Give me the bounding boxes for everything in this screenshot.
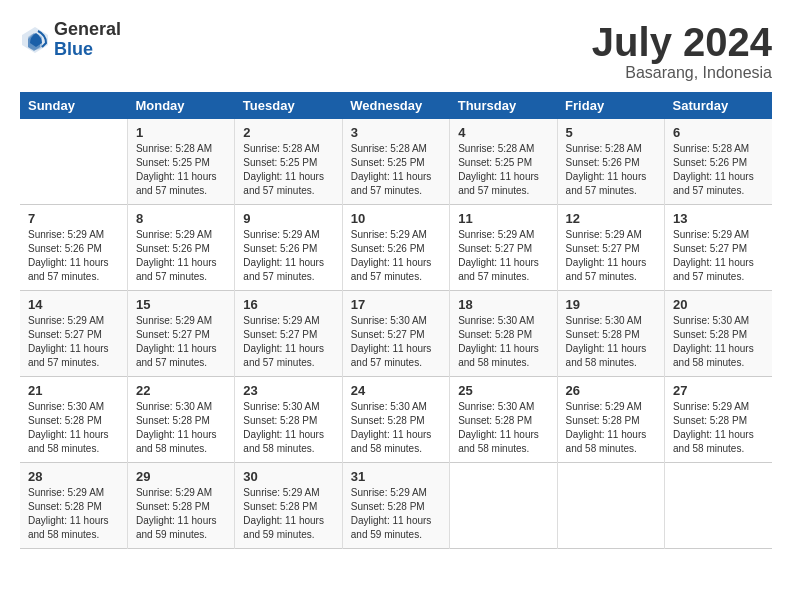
calendar-cell: 29Sunrise: 5:29 AM Sunset: 5:28 PM Dayli… <box>127 463 234 549</box>
day-number: 8 <box>136 211 226 226</box>
day-number: 9 <box>243 211 333 226</box>
calendar-cell: 17Sunrise: 5:30 AM Sunset: 5:27 PM Dayli… <box>342 291 449 377</box>
calendar-cell: 5Sunrise: 5:28 AM Sunset: 5:26 PM Daylig… <box>557 119 664 205</box>
day-number: 6 <box>673 125 764 140</box>
day-info: Sunrise: 5:29 AM Sunset: 5:27 PM Dayligh… <box>566 228 656 284</box>
day-number: 3 <box>351 125 441 140</box>
logo-icon <box>20 25 50 55</box>
calendar-cell: 24Sunrise: 5:30 AM Sunset: 5:28 PM Dayli… <box>342 377 449 463</box>
column-header-saturday: Saturday <box>665 92 772 119</box>
calendar-cell: 10Sunrise: 5:29 AM Sunset: 5:26 PM Dayli… <box>342 205 449 291</box>
day-info: Sunrise: 5:30 AM Sunset: 5:28 PM Dayligh… <box>136 400 226 456</box>
calendar-cell: 2Sunrise: 5:28 AM Sunset: 5:25 PM Daylig… <box>235 119 342 205</box>
month-title: July 2024 <box>592 20 772 64</box>
day-info: Sunrise: 5:30 AM Sunset: 5:28 PM Dayligh… <box>351 400 441 456</box>
calendar-cell: 3Sunrise: 5:28 AM Sunset: 5:25 PM Daylig… <box>342 119 449 205</box>
day-info: Sunrise: 5:29 AM Sunset: 5:28 PM Dayligh… <box>351 486 441 542</box>
day-info: Sunrise: 5:30 AM Sunset: 5:27 PM Dayligh… <box>351 314 441 370</box>
day-info: Sunrise: 5:30 AM Sunset: 5:28 PM Dayligh… <box>458 400 548 456</box>
day-info: Sunrise: 5:29 AM Sunset: 5:27 PM Dayligh… <box>458 228 548 284</box>
calendar-cell: 9Sunrise: 5:29 AM Sunset: 5:26 PM Daylig… <box>235 205 342 291</box>
day-number: 25 <box>458 383 548 398</box>
day-number: 29 <box>136 469 226 484</box>
day-info: Sunrise: 5:29 AM Sunset: 5:28 PM Dayligh… <box>566 400 656 456</box>
column-header-wednesday: Wednesday <box>342 92 449 119</box>
day-info: Sunrise: 5:30 AM Sunset: 5:28 PM Dayligh… <box>458 314 548 370</box>
day-number: 27 <box>673 383 764 398</box>
day-info: Sunrise: 5:29 AM Sunset: 5:26 PM Dayligh… <box>136 228 226 284</box>
day-info: Sunrise: 5:30 AM Sunset: 5:28 PM Dayligh… <box>673 314 764 370</box>
day-number: 14 <box>28 297 119 312</box>
calendar-cell: 22Sunrise: 5:30 AM Sunset: 5:28 PM Dayli… <box>127 377 234 463</box>
day-info: Sunrise: 5:29 AM Sunset: 5:28 PM Dayligh… <box>243 486 333 542</box>
day-number: 4 <box>458 125 548 140</box>
day-number: 17 <box>351 297 441 312</box>
day-info: Sunrise: 5:30 AM Sunset: 5:28 PM Dayligh… <box>28 400 119 456</box>
calendar-cell: 21Sunrise: 5:30 AM Sunset: 5:28 PM Dayli… <box>20 377 127 463</box>
day-info: Sunrise: 5:28 AM Sunset: 5:26 PM Dayligh… <box>566 142 656 198</box>
title-block: July 2024 Basarang, Indonesia <box>592 20 772 82</box>
calendar-cell: 23Sunrise: 5:30 AM Sunset: 5:28 PM Dayli… <box>235 377 342 463</box>
day-info: Sunrise: 5:29 AM Sunset: 5:26 PM Dayligh… <box>28 228 119 284</box>
day-info: Sunrise: 5:28 AM Sunset: 5:26 PM Dayligh… <box>673 142 764 198</box>
calendar-cell: 8Sunrise: 5:29 AM Sunset: 5:26 PM Daylig… <box>127 205 234 291</box>
calendar-cell: 26Sunrise: 5:29 AM Sunset: 5:28 PM Dayli… <box>557 377 664 463</box>
calendar-cell: 27Sunrise: 5:29 AM Sunset: 5:28 PM Dayli… <box>665 377 772 463</box>
calendar-table: SundayMondayTuesdayWednesdayThursdayFrid… <box>20 92 772 549</box>
calendar-cell: 30Sunrise: 5:29 AM Sunset: 5:28 PM Dayli… <box>235 463 342 549</box>
calendar-cell: 28Sunrise: 5:29 AM Sunset: 5:28 PM Dayli… <box>20 463 127 549</box>
calendar-cell: 19Sunrise: 5:30 AM Sunset: 5:28 PM Dayli… <box>557 291 664 377</box>
calendar-cell <box>665 463 772 549</box>
calendar-cell: 7Sunrise: 5:29 AM Sunset: 5:26 PM Daylig… <box>20 205 127 291</box>
logo: General Blue <box>20 20 121 60</box>
week-row-3: 14Sunrise: 5:29 AM Sunset: 5:27 PM Dayli… <box>20 291 772 377</box>
calendar-cell: 20Sunrise: 5:30 AM Sunset: 5:28 PM Dayli… <box>665 291 772 377</box>
day-number: 1 <box>136 125 226 140</box>
day-number: 30 <box>243 469 333 484</box>
column-header-sunday: Sunday <box>20 92 127 119</box>
day-number: 16 <box>243 297 333 312</box>
calendar-cell: 25Sunrise: 5:30 AM Sunset: 5:28 PM Dayli… <box>450 377 557 463</box>
week-row-1: 1Sunrise: 5:28 AM Sunset: 5:25 PM Daylig… <box>20 119 772 205</box>
day-info: Sunrise: 5:29 AM Sunset: 5:28 PM Dayligh… <box>28 486 119 542</box>
calendar-cell: 6Sunrise: 5:28 AM Sunset: 5:26 PM Daylig… <box>665 119 772 205</box>
column-header-thursday: Thursday <box>450 92 557 119</box>
calendar-cell: 16Sunrise: 5:29 AM Sunset: 5:27 PM Dayli… <box>235 291 342 377</box>
location: Basarang, Indonesia <box>592 64 772 82</box>
calendar-cell <box>450 463 557 549</box>
day-number: 7 <box>28 211 119 226</box>
day-number: 24 <box>351 383 441 398</box>
day-number: 10 <box>351 211 441 226</box>
day-info: Sunrise: 5:28 AM Sunset: 5:25 PM Dayligh… <box>243 142 333 198</box>
calendar-cell: 15Sunrise: 5:29 AM Sunset: 5:27 PM Dayli… <box>127 291 234 377</box>
day-number: 26 <box>566 383 656 398</box>
calendar-cell: 14Sunrise: 5:29 AM Sunset: 5:27 PM Dayli… <box>20 291 127 377</box>
calendar-cell: 1Sunrise: 5:28 AM Sunset: 5:25 PM Daylig… <box>127 119 234 205</box>
day-number: 13 <box>673 211 764 226</box>
calendar-cell: 13Sunrise: 5:29 AM Sunset: 5:27 PM Dayli… <box>665 205 772 291</box>
column-header-friday: Friday <box>557 92 664 119</box>
day-info: Sunrise: 5:29 AM Sunset: 5:26 PM Dayligh… <box>351 228 441 284</box>
week-row-2: 7Sunrise: 5:29 AM Sunset: 5:26 PM Daylig… <box>20 205 772 291</box>
day-info: Sunrise: 5:29 AM Sunset: 5:27 PM Dayligh… <box>28 314 119 370</box>
calendar-cell: 18Sunrise: 5:30 AM Sunset: 5:28 PM Dayli… <box>450 291 557 377</box>
day-number: 23 <box>243 383 333 398</box>
day-info: Sunrise: 5:28 AM Sunset: 5:25 PM Dayligh… <box>351 142 441 198</box>
day-number: 31 <box>351 469 441 484</box>
day-info: Sunrise: 5:29 AM Sunset: 5:27 PM Dayligh… <box>136 314 226 370</box>
day-info: Sunrise: 5:28 AM Sunset: 5:25 PM Dayligh… <box>458 142 548 198</box>
day-number: 12 <box>566 211 656 226</box>
logo-text: General Blue <box>54 20 121 60</box>
day-number: 22 <box>136 383 226 398</box>
calendar-cell <box>557 463 664 549</box>
day-number: 18 <box>458 297 548 312</box>
page-header: General Blue July 2024 Basarang, Indones… <box>20 20 772 82</box>
day-number: 2 <box>243 125 333 140</box>
day-number: 19 <box>566 297 656 312</box>
day-number: 5 <box>566 125 656 140</box>
day-info: Sunrise: 5:29 AM Sunset: 5:28 PM Dayligh… <box>673 400 764 456</box>
column-header-monday: Monday <box>127 92 234 119</box>
day-number: 21 <box>28 383 119 398</box>
calendar-cell: 4Sunrise: 5:28 AM Sunset: 5:25 PM Daylig… <box>450 119 557 205</box>
week-row-4: 21Sunrise: 5:30 AM Sunset: 5:28 PM Dayli… <box>20 377 772 463</box>
